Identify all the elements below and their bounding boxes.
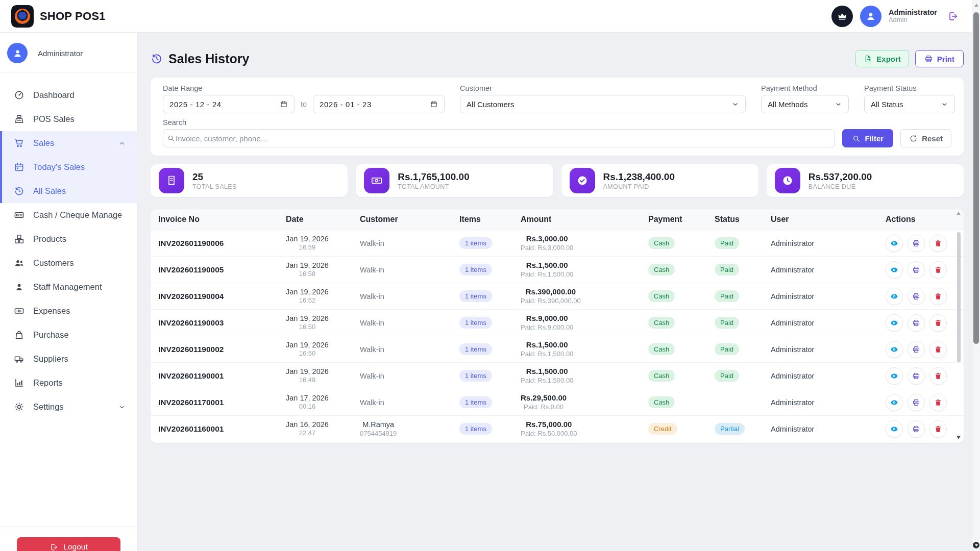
eye-icon xyxy=(890,345,898,354)
sidebar-item[interactable]: Customers xyxy=(0,251,137,275)
customer-cell: Walk-in xyxy=(360,292,384,301)
sidebar-item[interactable]: Suppliers xyxy=(0,347,137,371)
sidebar-item[interactable]: All Sales xyxy=(0,179,137,203)
crown-icon xyxy=(837,11,847,21)
user-avatar[interactable] xyxy=(860,6,881,27)
user-cell: Administrator xyxy=(771,398,886,407)
payment-method-select[interactable]: All Methods xyxy=(761,95,849,113)
view-button[interactable] xyxy=(886,288,903,305)
print-row-button[interactable] xyxy=(908,367,925,385)
table-row[interactable]: INV202601160001 Jan 16, 202622:47 M.Ramy… xyxy=(151,416,964,442)
printer-icon xyxy=(912,345,920,354)
column-header: Amount xyxy=(521,215,648,224)
view-button[interactable] xyxy=(886,261,903,279)
delete-button[interactable] xyxy=(929,420,947,438)
print-row-button[interactable] xyxy=(908,288,925,305)
delete-button[interactable] xyxy=(929,314,947,332)
sign-out-button[interactable] xyxy=(947,11,959,22)
scroll-up-icon[interactable] xyxy=(957,212,961,215)
delete-button[interactable] xyxy=(929,367,947,385)
payment-badge: Cash xyxy=(648,290,675,302)
view-button[interactable] xyxy=(886,394,903,411)
sidebar-item[interactable]: Products xyxy=(0,227,137,251)
printer-icon xyxy=(924,55,933,63)
table-scrollbar[interactable] xyxy=(957,211,961,440)
sidebar-item[interactable]: Purchase xyxy=(0,323,137,347)
summary-label: TOTAL SALES xyxy=(192,183,237,190)
table-row[interactable]: INV202601190003 Jan 19, 202616:50 Walk-i… xyxy=(151,310,964,336)
view-button[interactable] xyxy=(886,367,903,385)
table-row[interactable]: INV202601190004 Jan 19, 202616:52 Walk-i… xyxy=(151,283,964,310)
payment-badge: Cash xyxy=(648,317,675,329)
table-row[interactable]: INV202601190001 Jan 19, 202616:49 Walk-i… xyxy=(151,363,964,389)
crown-button[interactable] xyxy=(831,6,853,27)
print-row-button[interactable] xyxy=(908,420,925,438)
reset-button[interactable]: Reset xyxy=(900,129,951,147)
sidebar-item[interactable]: Staff Management xyxy=(0,275,137,299)
users-icon xyxy=(14,258,24,268)
paid-amount: Paid: Rs.3,000.00 xyxy=(521,244,573,252)
table-row[interactable]: INV202601190006 Jan 19, 202616:59 Walk-i… xyxy=(151,230,964,257)
paid-amount: Paid: Rs.1,500.00 xyxy=(521,350,573,358)
sidebar-item[interactable]: Today's Sales xyxy=(0,155,137,179)
print-button[interactable]: Print xyxy=(915,50,964,67)
sale-time: 16:50 xyxy=(286,323,329,331)
sidebar-item[interactable]: POS Sales xyxy=(0,107,137,131)
top-header: SHOP POS1 Administrator Admin xyxy=(0,0,980,33)
delete-button[interactable] xyxy=(929,341,947,358)
sidebar-item[interactable]: Sales xyxy=(0,131,137,155)
view-button[interactable] xyxy=(886,420,903,438)
scroll-down-icon[interactable] xyxy=(973,542,979,548)
sidebar-item[interactable]: Reports xyxy=(0,371,137,395)
sidebar-item[interactable]: Dashboard xyxy=(0,83,137,107)
sidebar: Administrator Dashboard POS Sales Sales xyxy=(0,33,138,551)
sale-time: 16:50 xyxy=(286,349,329,357)
print-row-button[interactable] xyxy=(908,235,925,252)
search-input[interactable] xyxy=(163,129,835,147)
column-header: User xyxy=(771,215,886,224)
customer-select[interactable]: All Customers xyxy=(460,95,746,113)
sale-date: Jan 19, 202616:52 xyxy=(286,288,329,304)
sidebar-item[interactable]: Settings xyxy=(0,395,137,419)
paid-amount: Paid: Rs.1,500.00 xyxy=(521,270,573,278)
table-row[interactable]: INV202601170001 Jan 17, 202600:16 Walk-i… xyxy=(151,389,964,416)
invoice-number: INV202601160001 xyxy=(158,424,286,434)
page-scrollbar[interactable] xyxy=(972,0,980,551)
payment-status-select[interactable]: All Status xyxy=(864,95,955,113)
print-row-button[interactable] xyxy=(908,261,925,279)
status-badge: Paid xyxy=(715,317,739,329)
delete-button[interactable] xyxy=(929,261,947,279)
delete-button[interactable] xyxy=(929,288,947,305)
payment-method-value: All Methods xyxy=(768,100,807,109)
page-scroll-thumb[interactable] xyxy=(973,12,979,344)
view-button[interactable] xyxy=(886,314,903,332)
invoice-number: INV202601190006 xyxy=(158,239,286,248)
table-row[interactable]: INV202601190002 Jan 19, 202616:50 Walk-i… xyxy=(151,336,964,363)
view-button[interactable] xyxy=(886,235,903,252)
print-row-button[interactable] xyxy=(908,341,925,358)
print-row-button[interactable] xyxy=(908,394,925,411)
delete-button[interactable] xyxy=(929,235,947,252)
table-row[interactable]: INV202601190005 Jan 19, 202616:58 Walk-i… xyxy=(151,257,964,283)
sidebar-item[interactable]: Expenses xyxy=(0,299,137,323)
printer-icon xyxy=(912,266,920,274)
column-header: Items xyxy=(459,215,521,224)
export-button[interactable]: Export xyxy=(855,50,909,67)
scroll-up-icon[interactable] xyxy=(974,4,978,7)
print-row-button[interactable] xyxy=(908,314,925,332)
table-scroll-thumb[interactable] xyxy=(957,232,961,362)
sidebar-item[interactable]: Cash / Cheque Manage xyxy=(0,203,137,227)
logout-button[interactable]: Logout xyxy=(17,537,120,551)
sidebar-avatar xyxy=(7,43,28,63)
sidebar-item-label: Purchase xyxy=(33,330,69,340)
dashboard-icon xyxy=(14,90,24,101)
date-from-input[interactable]: 2025 - 12 - 24 xyxy=(163,95,295,113)
scroll-down-icon[interactable] xyxy=(957,436,961,439)
date-range-label: Date Range xyxy=(163,84,445,92)
view-button[interactable] xyxy=(886,341,903,358)
sidebar-user: Administrator xyxy=(0,33,137,73)
date-to-input[interactable]: 2026 - 01 - 23 xyxy=(313,95,445,113)
delete-button[interactable] xyxy=(929,394,947,411)
items-badge: 1 items xyxy=(459,264,492,276)
filter-button[interactable]: Filter xyxy=(842,129,893,147)
